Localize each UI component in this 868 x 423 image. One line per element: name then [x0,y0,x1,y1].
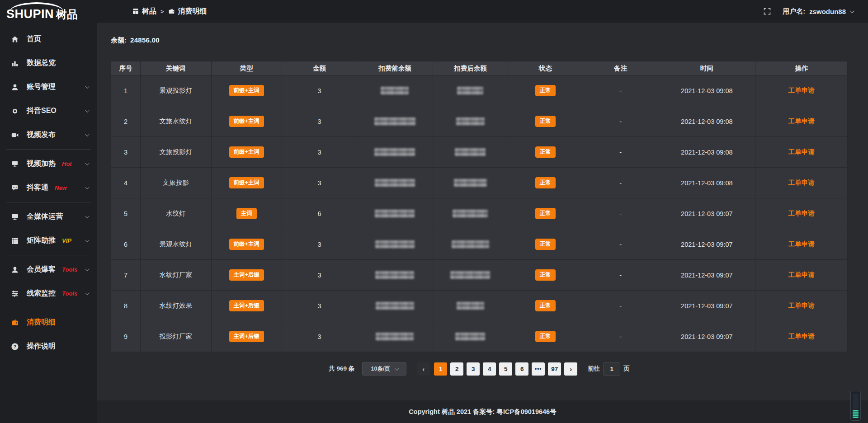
chevron-down-icon [85,291,90,295]
bar-chart-icon [11,59,20,67]
column-header: 关键词 [141,61,211,75]
sidebar-menu: 首页 数据总览 账号管理 抖音SEO 视频发布 视频加热 Hot [0,24,97,358]
sidebar-item-matrix-boost[interactable]: 矩阵助推 VIP [0,229,97,253]
prev-page-button[interactable]: ‹ [417,362,430,376]
cell-time: 2021-12-03 09:08 [658,168,755,198]
cell-time: 2021-12-03 09:08 [658,137,755,168]
next-page-button[interactable]: › [564,362,577,376]
menu-divider [6,202,91,202]
status-badge: 正常 [535,116,556,127]
column-header: 时间 [658,61,755,75]
sidebar-item-douyin-seo[interactable]: 抖音SEO [0,99,97,123]
work-order-link[interactable]: 工单申请 [788,240,815,248]
work-order-link[interactable]: 工单申请 [788,210,815,217]
page-size-select[interactable]: 10条/页 [362,362,406,376]
user-icon [11,83,20,91]
work-order-link[interactable]: 工单申请 [788,271,815,278]
svg-text:?: ? [14,343,16,349]
sidebar-item-clue-monitoring[interactable]: 线索监控 Tools [0,282,97,306]
chevron-down-icon [85,108,90,113]
signboard-icon [11,160,20,168]
cell-remark: - [583,137,658,168]
hot-badge: Hot [62,160,72,167]
chevron-down-icon [85,132,90,136]
sidebar-item-label: 操作说明 [27,342,56,351]
type-badge: 前缀+主词 [229,85,264,96]
sidebar-item-video-publish[interactable]: 视频发布 [0,123,97,147]
sidebar-item-instructions[interactable]: ? 操作说明 [0,334,97,358]
breadcrumb-separator: > [160,8,164,15]
goto-label: 前往 [588,365,600,373]
work-order-link[interactable]: 工单申请 [788,302,815,309]
censored-balance-after [457,87,483,94]
app-logo[interactable]: SHUPIN树品 [0,0,97,24]
menu-divider [6,255,91,255]
cell-remark: - [583,260,658,291]
tools-badge: Tools [62,266,77,273]
goto-page-input[interactable] [603,362,620,376]
sidebar-item-video-heating[interactable]: 视频加热 Hot [0,152,97,176]
vip-badge: VIP [62,237,71,244]
pagination-total: 共 969 条 [329,365,354,373]
cell-amount: 3 [282,229,357,260]
column-header: 扣费前余额 [357,61,433,75]
gear-icon [11,107,20,115]
goto-unit: 页 [623,365,630,373]
status-badge: 正常 [535,269,556,281]
logo-arc-icon [10,2,63,11]
work-order-link[interactable]: 工单申请 [788,179,815,186]
sidebar-item-label: 线索监控 [27,289,56,298]
menu-divider [6,308,91,308]
grid-icon [11,237,20,245]
sidebar-item-all-media-operation[interactable]: 全媒体运营 [0,205,97,229]
sidebar-item-data-overview[interactable]: 数据总览 [0,51,97,75]
menu-divider [6,149,91,150]
censored-balance-before [376,333,414,340]
topbar: 树品 > 消费明细 用户名: zswodun88 [97,0,868,23]
page-button-1[interactable]: 1 [434,362,447,376]
work-order-link[interactable]: 工单申请 [788,148,815,155]
page-ellipsis[interactable]: ••• [532,362,545,376]
breadcrumb-current[interactable]: 消费明细 [168,7,207,16]
fullscreen-icon[interactable] [764,8,771,15]
work-order-link[interactable]: 工单申请 [788,87,815,94]
sidebar-item-label: 首页 [27,34,41,44]
sidebar-item-label: 视频加热 [27,159,56,169]
chevron-down-icon [85,238,90,242]
table-row: 5水纹灯主词6正常-2021-12-03 09:07工单申请 [111,198,848,229]
cell-time: 2021-12-03 09:07 [658,229,755,260]
page-button-2[interactable]: 2 [450,362,463,376]
cell-remark: - [583,321,658,352]
sidebar-item-douketong[interactable]: 抖客通 New [0,176,97,200]
user-menu[interactable]: 用户名: zswodun88 [783,7,853,16]
mini-scrollbar-track [853,394,859,409]
cell-keyword: 文旅投影 [141,168,211,198]
work-order-link[interactable]: 工单申请 [788,333,815,340]
page-button-3[interactable]: 3 [467,362,480,376]
work-order-link[interactable]: 工单申请 [788,118,815,125]
sidebar-item-label: 消费明细 [27,318,56,327]
cell-time: 2021-12-03 09:08 [658,75,755,106]
censored-balance-before [375,210,415,217]
cell-remark: - [583,291,658,321]
username-value: zswodun88 [809,8,846,15]
mini-scrollbar-thumb[interactable] [853,410,859,418]
mini-scrollbar-widget[interactable] [850,391,861,421]
page-button-6[interactable]: 6 [515,362,528,376]
sidebar-item-account-management[interactable]: 账号管理 [0,75,97,99]
page-button-4[interactable]: 4 [483,362,496,376]
cell-time: 2021-12-03 09:07 [658,321,755,352]
page-button-97[interactable]: 97 [548,362,561,376]
cell-remark: - [583,168,658,198]
cell-amount: 3 [282,168,357,198]
sidebar-item-consumption-details[interactable]: 消费明细 [0,310,97,334]
sidebar-item-member-baoke[interactable]: 会员爆客 Tools [0,258,97,282]
sidebar-item-home[interactable]: 首页 [0,27,97,51]
pagination: 共 969 条 10条/页 ‹ 123456•••97 › 前往 页 [111,362,848,376]
copyright-text: Copyright 树品 2021 备案号: 粤ICP备09019646号 [409,408,556,416]
censored-balance-before [375,179,415,187]
breadcrumb-root[interactable]: 树品 [132,7,156,16]
page-button-5[interactable]: 5 [499,362,512,376]
cell-seq: 7 [111,260,141,291]
cell-seq: 6 [111,229,141,260]
